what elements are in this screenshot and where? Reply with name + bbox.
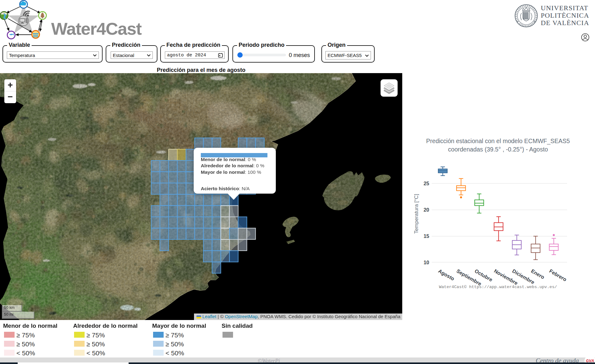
svg-text:Water4Cast© https://app.water4: Water4Cast© https://app.water4cast.webs.… xyxy=(439,285,557,289)
svg-text:Temperatura [°C]: Temperatura [°C] xyxy=(413,194,419,234)
svg-text:15: 15 xyxy=(424,233,429,239)
svg-text:Febrero: Febrero xyxy=(549,268,568,282)
svg-text:20: 20 xyxy=(424,207,429,213)
svg-text:Predicción estacional con el m: Predicción estacional con el modelo ECMW… xyxy=(426,138,570,145)
svg-text:Agosto: Agosto xyxy=(437,268,455,282)
svg-text:coordenadas (39.5° , -0.25°) -: coordenadas (39.5° , -0.25°) - Agosto xyxy=(448,146,548,153)
svg-text:25: 25 xyxy=(424,181,429,186)
svg-text:10: 10 xyxy=(424,260,429,265)
